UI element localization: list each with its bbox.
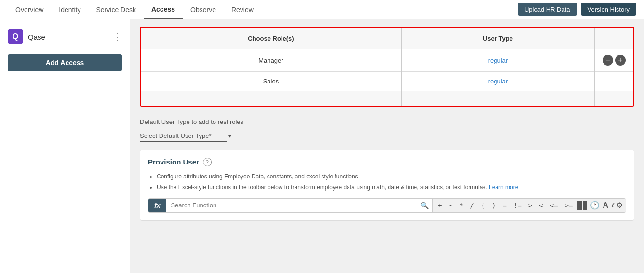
toolbar-open-paren-button[interactable]: (: [479, 201, 487, 210]
provision-bullets: Configure attributes using Employee Data…: [148, 172, 626, 191]
role-cell-sales: Sales: [141, 72, 401, 91]
search-function-input[interactable]: [166, 199, 416, 212]
nav-items: Overview Identity Service Desk Access Ob…: [8, 0, 518, 19]
default-user-type-select[interactable]: Select Default User Type*: [140, 130, 227, 142]
main-content: Choose Role(s) User Type Manager regular…: [130, 19, 644, 273]
cog-icon[interactable]: ⚙: [616, 201, 623, 210]
chevron-down-icon: ▾: [228, 133, 231, 139]
provision-bullet-1: Configure attributes using Employee Data…: [157, 172, 626, 181]
default-user-label: Default User Type to add to rest roles: [140, 118, 634, 125]
sidebar: Q Qase ⋮ Add Access: [0, 19, 130, 273]
formula-toolbar: + - * / ( ) = != > < <= >=: [432, 199, 626, 212]
actions-cell-sales: [595, 72, 634, 91]
fx-badge: fx: [148, 199, 166, 212]
actions-cell-manager: − +: [595, 49, 634, 72]
search-icon[interactable]: 🔍: [416, 202, 432, 209]
toolbar-divide-button[interactable]: /: [468, 201, 476, 210]
toolbar-less-eq-button[interactable]: <=: [548, 201, 560, 210]
select-wrapper: Select Default User Type* ▾: [140, 130, 634, 142]
info-icon[interactable]: 𝑖: [611, 201, 613, 209]
table-header-row: Choose Role(s) User Type: [141, 28, 633, 49]
role-table: Choose Role(s) User Type Manager regular…: [141, 28, 633, 106]
nav-item-access[interactable]: Access: [144, 0, 183, 19]
grid-icon[interactable]: [577, 201, 587, 210]
clock-icon[interactable]: 🕐: [590, 201, 600, 210]
help-icon[interactable]: ?: [203, 158, 212, 166]
role-cell-manager: Manager: [141, 49, 401, 72]
add-access-button[interactable]: Add Access: [8, 54, 122, 71]
provision-title: Provision User: [148, 158, 199, 166]
brand-name: Qase: [28, 33, 45, 41]
toolbar-multiply-button[interactable]: *: [457, 201, 465, 210]
user-type-cell-manager: regular: [401, 49, 594, 72]
role-table-card: Choose Role(s) User Type Manager regular…: [140, 27, 634, 107]
sidebar-header: Q Qase ⋮: [0, 25, 130, 48]
formula-bar: fx 🔍 + - * / ( ) = != > < <= >=: [148, 198, 626, 213]
action-icons: − +: [603, 55, 626, 66]
remove-row-button[interactable]: −: [603, 55, 613, 66]
nav-right: Upload HR Data Version History: [518, 3, 636, 16]
sidebar-brand: Q Qase: [8, 29, 45, 44]
provision-section: Provision User ? Configure attributes us…: [140, 150, 634, 221]
col-header-role: Choose Role(s): [141, 28, 401, 49]
table-row: Manager regular − +: [141, 49, 633, 72]
nav-item-overview[interactable]: Overview: [8, 0, 51, 19]
toolbar-greater-eq-button[interactable]: >=: [563, 201, 575, 210]
add-row-button[interactable]: +: [615, 55, 626, 66]
brand-icon: Q: [8, 29, 23, 44]
nav-item-service-desk[interactable]: Service Desk: [89, 0, 144, 19]
version-history-button[interactable]: Version History: [581, 3, 636, 16]
learn-more-link[interactable]: Learn more: [489, 184, 518, 191]
toolbar-greater-button[interactable]: >: [526, 201, 534, 210]
upload-hr-button[interactable]: Upload HR Data: [518, 3, 577, 16]
default-user-section: Default User Type to add to rest roles S…: [140, 114, 634, 150]
user-type-cell-sales: regular: [401, 72, 594, 91]
toolbar-equals-button[interactable]: =: [501, 201, 509, 210]
provision-header: Provision User ?: [148, 158, 626, 166]
table-row: Sales regular: [141, 72, 633, 91]
toolbar-minus-button[interactable]: -: [446, 201, 454, 210]
toolbar-not-equals-button[interactable]: !=: [511, 201, 523, 210]
nav-item-observe[interactable]: Observe: [183, 0, 224, 19]
nav-item-identity[interactable]: Identity: [51, 0, 88, 19]
toolbar-close-paren-button[interactable]: ): [490, 201, 497, 210]
col-header-user-type: User Type: [401, 28, 594, 49]
text-icon[interactable]: A: [603, 201, 608, 210]
more-options-icon[interactable]: ⋮: [113, 31, 122, 42]
main-layout: Q Qase ⋮ Add Access Choose Role(s) User …: [0, 19, 644, 273]
table-spacer-row: [141, 91, 633, 106]
toolbar-less-button[interactable]: <: [537, 201, 545, 210]
toolbar-plus-button[interactable]: +: [436, 201, 443, 210]
nav-item-review[interactable]: Review: [224, 0, 261, 19]
provision-bullet-2: Use the Excel-style functions in the too…: [157, 183, 626, 191]
col-header-actions: [595, 28, 634, 49]
top-nav: Overview Identity Service Desk Access Ob…: [0, 0, 644, 19]
